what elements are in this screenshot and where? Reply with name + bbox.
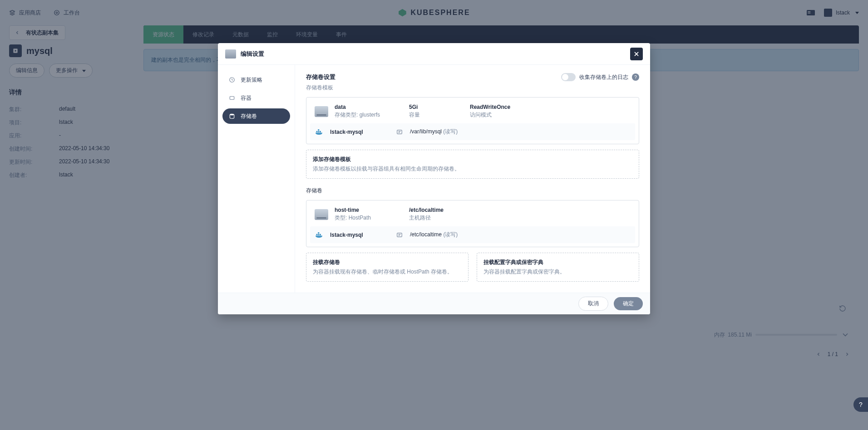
modal-header-icon (225, 49, 236, 59)
mount-row: lstack-mysql /etc/localtime (读写) (310, 226, 635, 243)
nav-label: 更新策略 (241, 76, 262, 84)
two-add-cards: 挂载存储卷 为容器挂载现有存储卷、临时存储卷或 HostPath 存储卷。 挂载… (306, 253, 639, 282)
volume-row: data 存储类型: glusterfs 5Gi 容量 ReadWriteOnc… (310, 101, 635, 123)
modal-header: 编辑设置 (218, 43, 650, 65)
disk-icon (315, 106, 328, 117)
modal-nav: 更新策略 容器 存储卷 (218, 65, 295, 293)
docker-icon (316, 129, 324, 135)
nav-item-container[interactable]: 容器 (222, 90, 290, 106)
mount-volume-button[interactable]: 挂载存储卷 为容器挂载现有存储卷、临时存储卷或 HostPath 存储卷。 (306, 253, 469, 282)
volume-card: host-time 类型: HostPath /etc/localtime 主机… (306, 200, 639, 247)
vol-type: 存储类型: glusterfs (335, 111, 403, 119)
modal-overlay: 编辑设置 更新策略 容器 存储卷 (0, 0, 868, 430)
vol-hostpath-label: 主机路径 (409, 214, 631, 222)
close-icon (633, 51, 640, 57)
card-title: 挂载配置字典或保密字典 (483, 259, 632, 266)
nav-label: 存储卷 (241, 112, 257, 120)
svg-rect-21 (318, 232, 319, 234)
volume-icon (228, 112, 236, 120)
container-icon (228, 94, 236, 102)
vol-capacity-label: 容量 (409, 111, 464, 119)
update-icon (228, 76, 236, 84)
docker-icon (316, 232, 324, 238)
nav-item-update-strategy[interactable]: 更新策略 (222, 72, 290, 88)
section-title: 存储卷设置 (306, 73, 335, 81)
mount-container-name: lstack-mysql (330, 232, 389, 238)
add-template-title: 添加存储卷模板 (313, 156, 632, 163)
svg-rect-14 (318, 131, 319, 132)
ok-label: 确定 (623, 300, 634, 307)
modal-footer: 取消 确定 (218, 293, 650, 314)
svg-rect-11 (230, 97, 234, 100)
modal-close-button[interactable] (630, 48, 643, 60)
section-header: 存储卷设置 收集存储卷上的日志 ? (306, 73, 639, 81)
svg-rect-20 (320, 234, 321, 235)
cancel-label: 取消 (588, 300, 599, 307)
sub-volumes-label: 存储卷 (306, 187, 639, 195)
svg-point-12 (230, 114, 234, 116)
mount-path-wrap: /etc/localtime (读写) (410, 231, 458, 239)
vol-name: host-time (335, 207, 403, 213)
svg-rect-18 (316, 234, 318, 235)
disk-icon (315, 209, 328, 220)
svg-rect-16 (318, 129, 319, 131)
add-volume-template-button[interactable]: 添加存储卷模板 添加存储卷模板以挂载与容器组具有相同生命周期的存储卷。 (306, 150, 639, 179)
vol-name: data (335, 104, 403, 110)
svg-rect-17 (397, 130, 402, 133)
card-desc: 为容器挂载现有存储卷、临时存储卷或 HostPath 存储卷。 (313, 268, 462, 276)
ok-button[interactable]: 确定 (614, 297, 643, 310)
mount-path-wrap: /var/lib/mysql (读写) (410, 128, 458, 136)
modal-title: 编辑设置 (241, 50, 264, 58)
vol-hostpath: /etc/localtime (409, 207, 631, 213)
svg-rect-15 (320, 131, 321, 132)
cancel-button[interactable]: 取消 (578, 297, 608, 311)
readwrite-icon (395, 232, 404, 238)
card-title: 挂载存储卷 (313, 259, 462, 266)
volume-template-card: data 存储类型: glusterfs 5Gi 容量 ReadWriteOnc… (306, 97, 639, 144)
help-float-button[interactable]: ? (853, 397, 868, 412)
nav-item-volume[interactable]: 存储卷 (222, 108, 290, 124)
vol-type: 类型: HostPath (335, 214, 403, 222)
svg-rect-13 (316, 131, 318, 132)
modal-content: 存储卷设置 收集存储卷上的日志 ? 存储卷模板 data 存储类型: glust (295, 65, 650, 293)
readwrite-icon (395, 129, 404, 135)
mount-row: lstack-mysql /var/lib/mysql (读写) (310, 123, 635, 140)
sub-template-label: 存储卷模板 (306, 84, 639, 92)
toggle-label: 收集存储卷上的日志 (579, 73, 628, 81)
nav-label: 容器 (241, 94, 252, 102)
mount-config-button[interactable]: 挂载配置字典或保密字典 为容器挂载配置字典或保密字典。 (477, 253, 639, 282)
svg-rect-19 (318, 234, 319, 235)
modal-body: 更新策略 容器 存储卷 存储卷设置 收集存储卷上的日志 ? (218, 65, 650, 293)
mount-container-name: lstack-mysql (330, 129, 389, 135)
svg-rect-22 (397, 233, 402, 236)
add-template-desc: 添加存储卷模板以挂载与容器组具有相同生命周期的存储卷。 (313, 165, 632, 173)
vol-capacity: 5Gi (409, 104, 464, 110)
log-toggle-group: 收集存储卷上的日志 ? (561, 73, 639, 81)
edit-settings-modal: 编辑设置 更新策略 容器 存储卷 (218, 43, 650, 314)
help-icon[interactable]: ? (632, 73, 639, 81)
collect-log-toggle[interactable] (561, 73, 576, 81)
vol-mode: ReadWriteOnce (470, 104, 631, 110)
card-desc: 为容器挂载配置字典或保密字典。 (483, 268, 632, 276)
vol-mode-label: 访问模式 (470, 111, 631, 119)
volume-row: host-time 类型: HostPath /etc/localtime 主机… (310, 204, 635, 226)
